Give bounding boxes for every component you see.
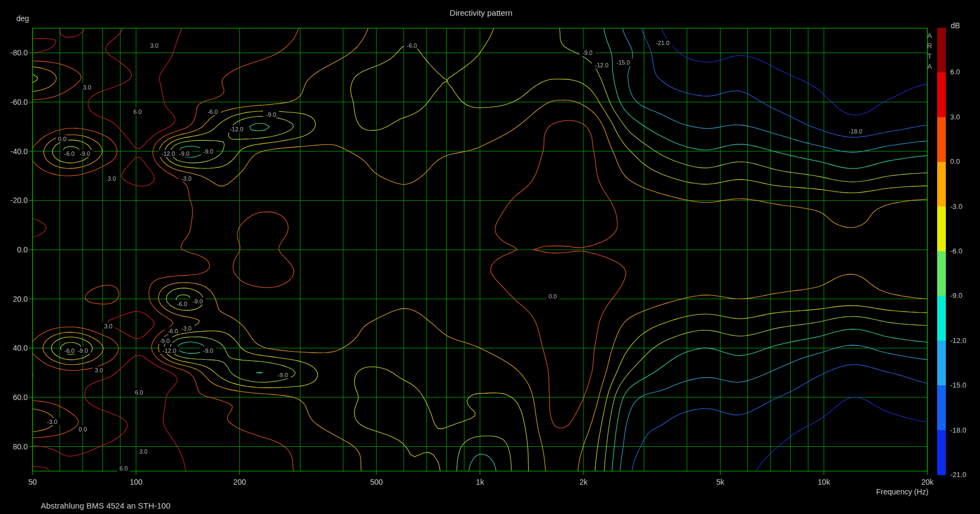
x-tick-labels: 501002005001k2k5k10k20k (28, 478, 934, 486)
contour-label: -9.0 (203, 347, 213, 354)
contour-label: 3.0 (150, 42, 158, 49)
colorbar-band (937, 162, 946, 207)
x-tick-label: 10k (818, 478, 831, 486)
x-tick-label: 500 (370, 478, 383, 486)
x-tick-label: 1k (476, 478, 485, 486)
contour-label: -9.0 (582, 49, 592, 56)
plot-gridlines (33, 28, 927, 471)
contour-label: 3.0 (139, 448, 148, 455)
contour-label: -21.0 (656, 40, 669, 46)
contour-label: -12.0 (595, 62, 609, 68)
contour-label: -9.0 (266, 111, 276, 118)
contour-label: -12.0 (162, 150, 175, 157)
contour-label: 3.0 (83, 84, 91, 91)
contour-label: -6.0 (64, 150, 74, 157)
x-tick-label: 20k (921, 478, 934, 486)
colorbar-band (937, 72, 946, 117)
contour-label: -18.0 (849, 128, 862, 135)
colorbar-band (937, 341, 946, 386)
brand-letter: A (927, 31, 932, 40)
contour-label: -15.0 (617, 59, 630, 66)
colorbar-tick-label: 6.0 (950, 68, 960, 76)
contour-label: 6.0 (133, 109, 142, 115)
brand-letter: T (927, 52, 932, 60)
colorbar: 6.03.00.0-3.0-6.0-9.0-12.0-15.0-18.0-21.… (937, 28, 966, 479)
colorbar-band (937, 28, 946, 73)
contour-label: -9.0 (159, 338, 170, 344)
brand-letter: R (927, 42, 932, 50)
contour-label: -9.0 (80, 150, 90, 157)
contour-label: -12.0 (163, 347, 176, 354)
colorbar-tick-label: 3.0 (950, 113, 960, 121)
contour-label: -6.0 (64, 347, 74, 354)
colorbar-tick-label: -18.0 (950, 426, 966, 434)
y-tick-labels: -80.0-60.0-40.0-20.00.020.040.060.080.0 (10, 48, 28, 450)
y-tick-label: -20.0 (10, 196, 28, 205)
y-tick-label: 80.0 (13, 442, 28, 451)
contour-label: -12.0 (230, 126, 244, 132)
contour-label: -6.0 (177, 301, 187, 307)
y-tick-label: 60.0 (13, 393, 28, 402)
contour-label: 3.0 (107, 175, 116, 182)
contour-label: -9.0 (179, 150, 189, 157)
y-tick-label: 0.0 (17, 245, 28, 254)
contour-label: -3.0 (181, 175, 191, 182)
x-tick-label: 2k (579, 478, 588, 486)
contour-value-labels: 3.03.06.0-6.0-9.0-12.00.0-6.0-9.0-12.0-9… (44, 39, 865, 472)
colorbar-tick-label: -6.0 (950, 247, 962, 255)
contour-label: -6.0 (407, 42, 417, 49)
axis-ticks (29, 53, 927, 475)
y-tick-label: -60.0 (10, 98, 28, 106)
directivity-contour-chart: Directivity pattern deg Frequency (Hz) A… (0, 0, 980, 514)
page-title: Directivity pattern (450, 8, 513, 17)
x-tick-label: 50 (28, 478, 37, 486)
colorbar-tick-label: -21.0 (950, 471, 966, 479)
arta-brand-label: ARTA (927, 31, 932, 71)
contour-label: 3.0 (95, 367, 103, 373)
colorbar-unit-label: dB (951, 21, 960, 30)
contour-label: 0.0 (79, 426, 87, 433)
colorbar-band (937, 251, 946, 296)
colorbar-band (937, 117, 946, 162)
y-tick-label: -40.0 (10, 147, 28, 156)
y-axis-unit-label: deg (16, 14, 29, 23)
colorbar-band (937, 385, 946, 430)
colorbar-tick-label: -9.0 (950, 291, 962, 300)
contour-label: -3.0 (47, 418, 57, 425)
x-tick-label: 100 (130, 478, 143, 486)
contour-label: -9.0 (193, 298, 203, 304)
x-axis-label: Frequency (Hz) (876, 487, 928, 496)
y-tick-label: 40.0 (13, 344, 28, 352)
colorbar-tick-label: -15.0 (950, 381, 966, 389)
contour-label: -9.0 (203, 148, 213, 155)
colorbar-tick-label: 0.0 (950, 157, 960, 166)
contour-label: -6.0 (168, 328, 178, 334)
brand-letter: A (927, 62, 932, 71)
contour-label: -3.0 (181, 325, 191, 332)
contour-label: -9.0 (278, 372, 288, 378)
colorbar-band (937, 207, 946, 252)
colorbar-band (937, 296, 946, 341)
footer-note: Abstrahlung BMS 4524 an STH-100 (41, 501, 170, 510)
x-tick-label: 5k (716, 478, 725, 486)
y-tick-label: 20.0 (13, 295, 28, 303)
x-tick-label: 200 (233, 478, 246, 486)
contour-label: 6.0 (135, 389, 143, 396)
contour-label: 6.0 (119, 465, 127, 472)
y-tick-label: -80.0 (10, 48, 28, 57)
colorbar-tick-label: -12.0 (950, 337, 966, 345)
arta-directivity-window: Directivity pattern deg Frequency (Hz) A… (0, 0, 980, 514)
contour-label: 0.0 (58, 136, 66, 142)
contour-label: 3.0 (104, 323, 112, 329)
colorbar-tick-label: -3.0 (950, 202, 962, 211)
colorbar-band (937, 430, 946, 475)
contour-label: -6.0 (208, 109, 218, 115)
contour-label: -9.0 (78, 347, 88, 354)
contour-label: 0.0 (548, 293, 556, 300)
